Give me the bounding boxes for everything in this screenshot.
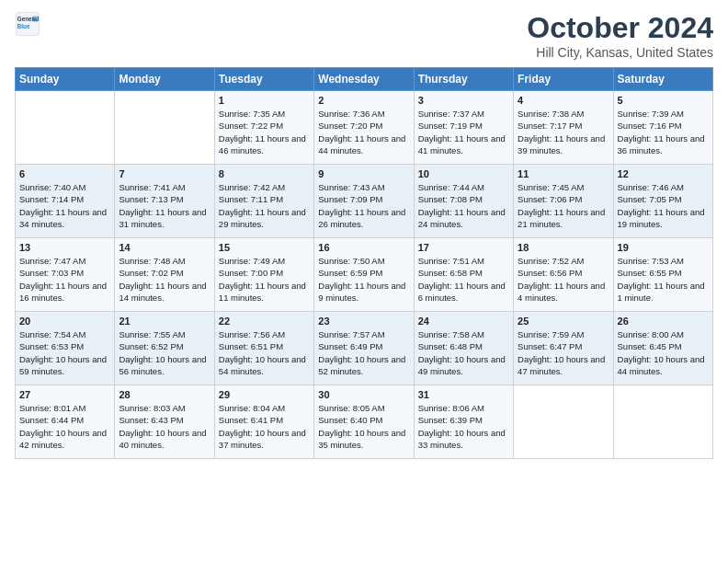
calendar-week-row: 27Sunrise: 8:01 AM Sunset: 6:44 PM Dayli… [16, 385, 713, 459]
calendar-cell [613, 385, 712, 459]
day-number: 24 [418, 316, 509, 327]
day-number: 18 [518, 242, 609, 253]
day-number: 10 [418, 168, 509, 179]
calendar-cell: 8Sunrise: 7:42 AM Sunset: 7:11 PM Daylig… [214, 165, 313, 238]
day-number: 6 [19, 168, 110, 179]
calendar-header-row: Sunday Monday Tuesday Wednesday Thursday… [16, 68, 713, 91]
calendar-cell: 28Sunrise: 8:03 AM Sunset: 6:43 PM Dayli… [115, 385, 214, 459]
main-title: October 2024 [527, 11, 713, 45]
cell-info: Sunrise: 7:36 AM Sunset: 7:20 PM Dayligh… [318, 108, 409, 156]
day-number: 3 [418, 95, 509, 106]
day-number: 28 [119, 389, 210, 400]
calendar-cell: 22Sunrise: 7:56 AM Sunset: 6:51 PM Dayli… [214, 312, 313, 385]
cell-info: Sunrise: 7:55 AM Sunset: 6:52 PM Dayligh… [119, 328, 210, 377]
page: General Blue October 2024 Hill City, Kan… [0, 0, 728, 563]
day-number: 23 [318, 316, 409, 327]
cell-info: Sunrise: 8:06 AM Sunset: 6:39 PM Dayligh… [418, 402, 509, 451]
day-number: 22 [219, 316, 310, 327]
calendar-cell [16, 91, 115, 165]
cell-info: Sunrise: 7:58 AM Sunset: 6:48 PM Dayligh… [418, 328, 509, 377]
calendar-cell: 29Sunrise: 8:04 AM Sunset: 6:41 PM Dayli… [214, 385, 313, 459]
day-number: 25 [518, 316, 609, 327]
cell-info: Sunrise: 7:45 AM Sunset: 7:06 PM Dayligh… [518, 181, 609, 230]
svg-text:Blue: Blue [17, 23, 30, 29]
calendar-cell: 5Sunrise: 7:39 AM Sunset: 7:16 PM Daylig… [613, 91, 712, 165]
calendar-cell [115, 91, 214, 165]
col-thursday: Thursday [414, 68, 513, 91]
day-number: 2 [318, 95, 409, 106]
calendar-cell: 12Sunrise: 7:46 AM Sunset: 7:05 PM Dayli… [613, 165, 712, 238]
calendar-cell: 21Sunrise: 7:55 AM Sunset: 6:52 PM Dayli… [115, 312, 214, 385]
cell-info: Sunrise: 7:51 AM Sunset: 6:58 PM Dayligh… [418, 255, 509, 304]
day-number: 14 [119, 242, 210, 253]
calendar-cell: 11Sunrise: 7:45 AM Sunset: 7:06 PM Dayli… [514, 165, 613, 238]
day-number: 5 [618, 95, 709, 106]
cell-info: Sunrise: 7:44 AM Sunset: 7:08 PM Dayligh… [418, 181, 509, 230]
calendar-cell: 17Sunrise: 7:51 AM Sunset: 6:58 PM Dayli… [414, 238, 513, 312]
calendar-cell: 1Sunrise: 7:35 AM Sunset: 7:22 PM Daylig… [214, 91, 313, 165]
col-friday: Friday [514, 68, 613, 91]
cell-info: Sunrise: 7:38 AM Sunset: 7:17 PM Dayligh… [518, 108, 609, 156]
calendar-week-row: 1Sunrise: 7:35 AM Sunset: 7:22 PM Daylig… [16, 91, 713, 165]
day-number: 1 [219, 95, 310, 106]
cell-info: Sunrise: 7:52 AM Sunset: 6:56 PM Dayligh… [518, 255, 609, 304]
cell-info: Sunrise: 7:42 AM Sunset: 7:11 PM Dayligh… [219, 181, 310, 230]
day-number: 29 [219, 389, 310, 400]
calendar-week-row: 6Sunrise: 7:40 AM Sunset: 7:14 PM Daylig… [16, 165, 713, 238]
calendar-cell: 18Sunrise: 7:52 AM Sunset: 6:56 PM Dayli… [514, 238, 613, 312]
cell-info: Sunrise: 7:35 AM Sunset: 7:22 PM Dayligh… [219, 108, 310, 156]
day-number: 17 [418, 242, 509, 253]
calendar-cell: 7Sunrise: 7:41 AM Sunset: 7:13 PM Daylig… [115, 165, 214, 238]
day-number: 21 [119, 316, 210, 327]
calendar-cell: 30Sunrise: 8:05 AM Sunset: 6:40 PM Dayli… [314, 385, 414, 459]
col-saturday: Saturday [613, 68, 712, 91]
day-number: 12 [618, 168, 709, 179]
cell-info: Sunrise: 8:05 AM Sunset: 6:40 PM Dayligh… [318, 402, 409, 451]
cell-info: Sunrise: 7:49 AM Sunset: 7:00 PM Dayligh… [219, 255, 310, 304]
cell-info: Sunrise: 7:41 AM Sunset: 7:13 PM Dayligh… [119, 181, 210, 230]
cell-info: Sunrise: 7:59 AM Sunset: 6:47 PM Dayligh… [518, 328, 609, 377]
calendar-cell [514, 385, 613, 459]
calendar-table: Sunday Monday Tuesday Wednesday Thursday… [15, 67, 713, 459]
day-number: 7 [119, 168, 210, 179]
calendar-cell: 13Sunrise: 7:47 AM Sunset: 7:03 PM Dayli… [16, 238, 115, 312]
cell-info: Sunrise: 7:53 AM Sunset: 6:55 PM Dayligh… [618, 255, 709, 304]
day-number: 13 [19, 242, 110, 253]
calendar-cell: 14Sunrise: 7:48 AM Sunset: 7:02 PM Dayli… [115, 238, 214, 312]
calendar-cell: 24Sunrise: 7:58 AM Sunset: 6:48 PM Dayli… [414, 312, 513, 385]
calendar-cell: 6Sunrise: 7:40 AM Sunset: 7:14 PM Daylig… [16, 165, 115, 238]
cell-info: Sunrise: 7:57 AM Sunset: 6:49 PM Dayligh… [318, 328, 409, 377]
cell-info: Sunrise: 7:46 AM Sunset: 7:05 PM Dayligh… [618, 181, 709, 230]
col-wednesday: Wednesday [314, 68, 414, 91]
day-number: 8 [219, 168, 310, 179]
day-number: 16 [318, 242, 409, 253]
cell-info: Sunrise: 7:40 AM Sunset: 7:14 PM Dayligh… [19, 181, 110, 230]
cell-info: Sunrise: 7:37 AM Sunset: 7:19 PM Dayligh… [418, 108, 509, 156]
calendar-week-row: 20Sunrise: 7:54 AM Sunset: 6:53 PM Dayli… [16, 312, 713, 385]
calendar-cell: 20Sunrise: 7:54 AM Sunset: 6:53 PM Dayli… [16, 312, 115, 385]
calendar-cell: 9Sunrise: 7:43 AM Sunset: 7:09 PM Daylig… [314, 165, 414, 238]
title-block: October 2024 Hill City, Kansas, United S… [527, 11, 713, 60]
cell-info: Sunrise: 7:50 AM Sunset: 6:59 PM Dayligh… [318, 255, 409, 304]
calendar-cell: 16Sunrise: 7:50 AM Sunset: 6:59 PM Dayli… [314, 238, 414, 312]
calendar-cell: 23Sunrise: 7:57 AM Sunset: 6:49 PM Dayli… [314, 312, 414, 385]
day-number: 31 [418, 389, 509, 400]
calendar-cell: 19Sunrise: 7:53 AM Sunset: 6:55 PM Dayli… [613, 238, 712, 312]
cell-info: Sunrise: 7:39 AM Sunset: 7:16 PM Dayligh… [618, 108, 709, 156]
cell-info: Sunrise: 8:03 AM Sunset: 6:43 PM Dayligh… [119, 402, 210, 451]
day-number: 15 [219, 242, 310, 253]
col-sunday: Sunday [16, 68, 115, 91]
calendar-cell: 31Sunrise: 8:06 AM Sunset: 6:39 PM Dayli… [414, 385, 513, 459]
day-number: 27 [19, 389, 110, 400]
day-number: 4 [518, 95, 609, 106]
cell-info: Sunrise: 7:47 AM Sunset: 7:03 PM Dayligh… [19, 255, 110, 304]
header: General Blue October 2024 Hill City, Kan… [15, 11, 713, 60]
cell-info: Sunrise: 7:56 AM Sunset: 6:51 PM Dayligh… [219, 328, 310, 377]
calendar-cell: 2Sunrise: 7:36 AM Sunset: 7:20 PM Daylig… [314, 91, 414, 165]
calendar-cell: 26Sunrise: 8:00 AM Sunset: 6:45 PM Dayli… [613, 312, 712, 385]
cell-info: Sunrise: 8:00 AM Sunset: 6:45 PM Dayligh… [618, 328, 709, 377]
day-number: 26 [618, 316, 709, 327]
day-number: 11 [518, 168, 609, 179]
day-number: 19 [618, 242, 709, 253]
calendar-cell: 25Sunrise: 7:59 AM Sunset: 6:47 PM Dayli… [514, 312, 613, 385]
